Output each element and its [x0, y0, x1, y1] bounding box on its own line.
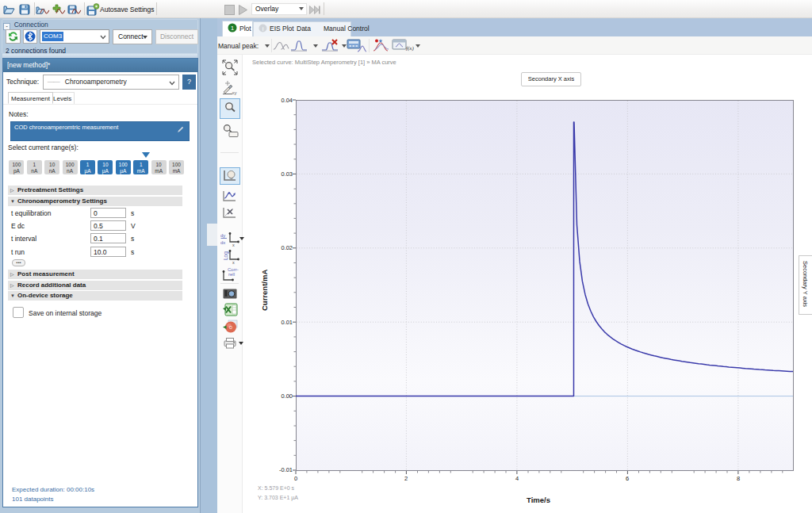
svg-text:1: 1	[231, 25, 235, 32]
